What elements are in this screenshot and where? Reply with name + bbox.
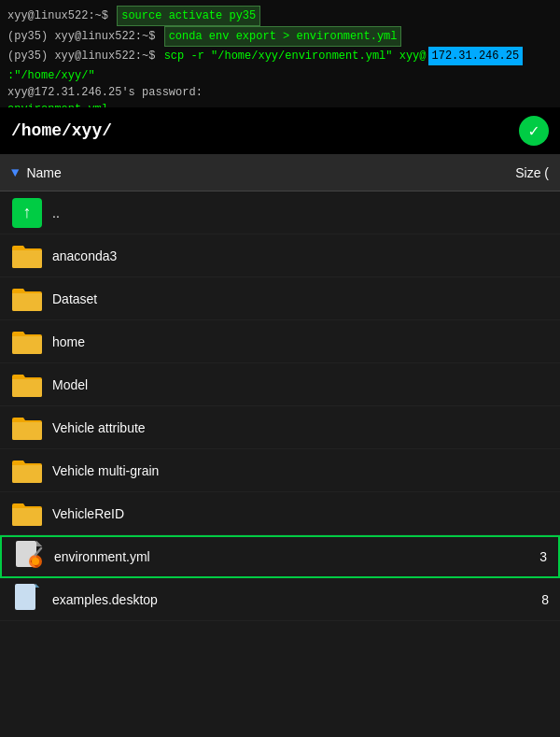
terminal-prompt: xyy@linux522:~$: [7, 7, 115, 24]
file-name-label: Dataset: [52, 291, 521, 306]
terminal-scp-cmd: scp -r "/home/xyy/environment.yml" xyy@: [164, 48, 427, 64]
column-name-header: Name: [26, 165, 515, 180]
terminal-line-3: (py35) xyy@linux522:~$ scp -r "/home/xyy…: [7, 47, 553, 84]
list-item[interactable]: VehicleReID: [0, 492, 560, 535]
list-item[interactable]: Dataset: [0, 277, 560, 320]
terminal-ip: 172.31.246.25: [428, 47, 524, 65]
file-name-label: anaconda3: [52, 248, 521, 263]
folder-icon: [11, 498, 43, 530]
folder-icon: [11, 326, 43, 358]
sort-arrow-icon[interactable]: ▼: [11, 165, 19, 180]
file-manager: /home/xyy/ ✓ ▼ Name Size ( ↑ .. anaconda…: [0, 107, 560, 621]
file-name-label: examples.desktop: [52, 592, 521, 607]
terminal-cmd-conda: conda env export > environment.yml: [164, 26, 402, 47]
list-item[interactable]: Vehicle attribute: [0, 406, 560, 449]
terminal-password-prompt: xyy@172.31.246.25's password:: [7, 84, 203, 101]
terminal-line-1: xyy@linux522:~$ source activate py35: [7, 6, 553, 26]
terminal-prompt-2: (py35) xyy@linux522:~$: [7, 28, 162, 45]
file-name-label: Vehicle multi-grain: [52, 463, 521, 478]
parent-dir-icon: ↑: [11, 197, 43, 229]
terminal-line-5: environment.yml: [7, 101, 553, 107]
svg-point-5: [32, 558, 39, 565]
terminal-cmd-source: source activate py35: [117, 6, 260, 26]
file-name-label: Vehicle attribute: [52, 420, 521, 435]
yml-file-icon: [13, 541, 45, 573]
list-item[interactable]: ↑ ..: [0, 191, 560, 234]
svg-rect-7: [15, 584, 35, 610]
file-name-label: Model: [52, 377, 521, 392]
current-path: /home/xyy/: [11, 121, 112, 140]
list-item[interactable]: Model: [0, 363, 560, 406]
column-header: ▼ Name Size (: [0, 154, 560, 191]
desktop-file-icon: [11, 584, 43, 616]
folder-icon: [11, 412, 43, 444]
svg-marker-2: [36, 541, 42, 546]
up-arrow-icon: ↑: [12, 198, 42, 228]
file-name-label: environment.yml: [54, 549, 519, 564]
terminal: xyy@linux522:~$ source activate py35 (py…: [0, 0, 560, 107]
terminal-line-4: xyy@172.31.246.25's password:: [7, 84, 553, 101]
file-name-label: VehicleReID: [52, 506, 521, 521]
folder-icon: [11, 369, 43, 401]
confirm-button[interactable]: ✓: [519, 116, 549, 146]
svg-marker-9: [35, 584, 39, 588]
terminal-transfer-file: environment.yml: [7, 101, 108, 107]
folder-icon: [11, 283, 43, 315]
list-item[interactable]: examples.desktop 8: [0, 578, 560, 621]
file-name-label: home: [52, 334, 521, 349]
terminal-scp-suffix: :"/home/xyy/": [7, 67, 95, 84]
column-size-header: Size (: [515, 165, 549, 180]
address-bar: /home/xyy/ ✓: [0, 107, 560, 154]
folder-icon: [11, 240, 43, 272]
file-size-label: 3: [519, 549, 547, 564]
list-item[interactable]: Vehicle multi-grain: [0, 449, 560, 492]
terminal-line-2: (py35) xyy@linux522:~$ conda env export …: [7, 26, 553, 47]
list-item[interactable]: home: [0, 320, 560, 363]
file-list: ↑ .. anaconda3 Datase: [0, 191, 560, 621]
file-name-label: ..: [52, 206, 521, 220]
list-item-selected[interactable]: environment.yml 3: [0, 535, 560, 578]
folder-icon: [11, 455, 43, 487]
terminal-prompt-3: (py35) xyy@linux522:~$: [7, 48, 162, 64]
file-size-label: 8: [521, 592, 549, 607]
list-item[interactable]: anaconda3: [0, 234, 560, 277]
